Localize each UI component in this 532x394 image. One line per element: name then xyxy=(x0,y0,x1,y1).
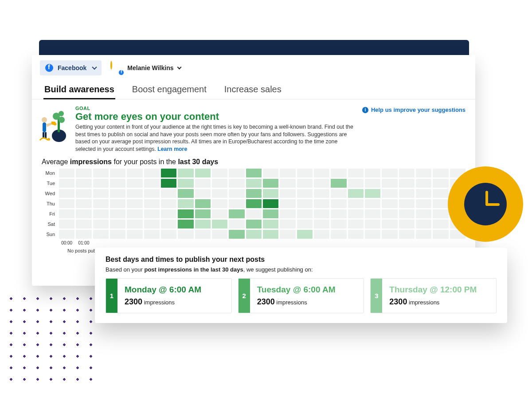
heatmap-cell[interactable] xyxy=(263,189,278,198)
heatmap-cell[interactable] xyxy=(314,209,329,218)
heatmap-cell[interactable] xyxy=(127,230,142,239)
heatmap-cell[interactable] xyxy=(195,199,211,208)
heatmap-cell[interactable] xyxy=(416,220,431,229)
heatmap-cell[interactable] xyxy=(331,220,346,229)
heatmap-cell[interactable] xyxy=(110,179,125,188)
profile-selector[interactable]: Melanie Wilkins xyxy=(110,62,181,74)
heatmap-cell[interactable] xyxy=(144,199,160,208)
heatmap-cell[interactable] xyxy=(195,209,211,218)
heatmap-cell[interactable] xyxy=(314,199,329,208)
suggested-time-card[interactable]: 3Thursday @ 12:00 PM2300 impressions xyxy=(370,278,497,313)
heatmap-cell[interactable] xyxy=(297,230,313,239)
heatmap-cell[interactable] xyxy=(365,189,380,198)
heatmap-cell[interactable] xyxy=(144,209,160,218)
heatmap-cell[interactable] xyxy=(365,169,380,177)
heatmap-cell[interactable] xyxy=(212,189,227,198)
suggested-time-card[interactable]: 1Monday @ 6:00 AM2300 impressions xyxy=(106,278,232,313)
heatmap-cell[interactable] xyxy=(144,230,160,239)
platform-selector[interactable]: Facebook xyxy=(40,60,102,75)
heatmap-cell[interactable] xyxy=(76,199,91,208)
heatmap-cell[interactable] xyxy=(314,230,329,239)
heatmap-cell[interactable] xyxy=(59,220,74,229)
heatmap-cell[interactable] xyxy=(127,169,142,177)
heatmap-cell[interactable] xyxy=(76,179,91,188)
heatmap-cell[interactable] xyxy=(144,179,160,188)
heatmap-cell[interactable] xyxy=(263,179,278,188)
heatmap-cell[interactable] xyxy=(246,199,262,208)
heatmap-cell[interactable] xyxy=(59,230,74,239)
heatmap-cell[interactable] xyxy=(433,199,448,208)
heatmap-cell[interactable] xyxy=(93,230,109,239)
heatmap-cell[interactable] xyxy=(178,169,193,177)
heatmap-cell[interactable] xyxy=(365,199,380,208)
heatmap-cell[interactable] xyxy=(229,179,244,188)
heatmap-cell[interactable] xyxy=(263,230,278,239)
heatmap-cell[interactable] xyxy=(161,189,176,198)
heatmap-cell[interactable] xyxy=(348,220,364,229)
heatmap-cell[interactable] xyxy=(110,220,125,229)
heatmap-cell[interactable] xyxy=(348,199,364,208)
heatmap-cell[interactable] xyxy=(280,189,295,198)
heatmap-cell[interactable] xyxy=(161,179,176,188)
heatmap-cell[interactable] xyxy=(229,220,244,229)
heatmap-cell[interactable] xyxy=(110,199,125,208)
heatmap-cell[interactable] xyxy=(178,199,193,208)
heatmap-cell[interactable] xyxy=(76,230,91,239)
heatmap-cell[interactable] xyxy=(229,169,244,177)
heatmap-cell[interactable] xyxy=(110,230,125,239)
heatmap-cell[interactable] xyxy=(127,199,142,208)
tab-increase-sales[interactable]: Increase sales xyxy=(223,81,282,99)
heatmap-cell[interactable] xyxy=(280,199,295,208)
heatmap-cell[interactable] xyxy=(365,220,380,229)
heatmap-cell[interactable] xyxy=(433,220,448,229)
heatmap-cell[interactable] xyxy=(212,230,227,239)
heatmap-cell[interactable] xyxy=(246,209,262,218)
heatmap-cell[interactable] xyxy=(399,179,415,188)
heatmap-cell[interactable] xyxy=(93,220,109,229)
heatmap-cell[interactable] xyxy=(280,169,295,177)
heatmap-cell[interactable] xyxy=(331,189,346,198)
heatmap-cell[interactable] xyxy=(297,179,313,188)
heatmap-cell[interactable] xyxy=(399,189,415,198)
heatmap-cell[interactable] xyxy=(348,179,364,188)
heatmap-cell[interactable] xyxy=(229,209,244,218)
heatmap-cell[interactable] xyxy=(76,220,91,229)
heatmap-cell[interactable] xyxy=(212,209,227,218)
heatmap-cell[interactable] xyxy=(382,179,397,188)
suggested-time-card[interactable]: 2Tuesday @ 6:00 AM2300 impressions xyxy=(238,278,364,313)
heatmap-cell[interactable] xyxy=(331,209,346,218)
heatmap-cell[interactable] xyxy=(331,230,346,239)
heatmap-cell[interactable] xyxy=(144,189,160,198)
heatmap-cell[interactable] xyxy=(76,189,91,198)
heatmap-cell[interactable] xyxy=(365,230,380,239)
heatmap-cell[interactable] xyxy=(161,199,176,208)
heatmap-cell[interactable] xyxy=(93,199,109,208)
heatmap-cell[interactable] xyxy=(127,179,142,188)
heatmap-cell[interactable] xyxy=(416,169,431,177)
heatmap-cell[interactable] xyxy=(246,220,262,229)
heatmap-cell[interactable] xyxy=(399,209,415,218)
heatmap-cell[interactable] xyxy=(93,179,109,188)
heatmap-cell[interactable] xyxy=(382,230,397,239)
heatmap-cell[interactable] xyxy=(59,199,74,208)
heatmap-cell[interactable] xyxy=(382,220,397,229)
heatmap-cell[interactable] xyxy=(76,209,91,218)
heatmap-cell[interactable] xyxy=(433,209,448,218)
tab-build-awareness[interactable]: Build awareness xyxy=(43,81,115,99)
heatmap-cell[interactable] xyxy=(399,169,415,177)
heatmap-cell[interactable] xyxy=(110,209,125,218)
heatmap-cell[interactable] xyxy=(195,179,211,188)
heatmap-cell[interactable] xyxy=(280,220,295,229)
heatmap-cell[interactable] xyxy=(348,209,364,218)
heatmap-cell[interactable] xyxy=(246,179,262,188)
heatmap-cell[interactable] xyxy=(416,189,431,198)
heatmap-cell[interactable] xyxy=(263,169,278,177)
heatmap-cell[interactable] xyxy=(93,209,109,218)
heatmap-cell[interactable] xyxy=(93,169,109,177)
heatmap-cell[interactable] xyxy=(416,179,431,188)
heatmap-cell[interactable] xyxy=(212,199,227,208)
learn-more-link[interactable]: Learn more xyxy=(157,146,187,152)
heatmap-cell[interactable] xyxy=(178,220,193,229)
heatmap-cell[interactable] xyxy=(348,230,364,239)
heatmap-cell[interactable] xyxy=(280,179,295,188)
